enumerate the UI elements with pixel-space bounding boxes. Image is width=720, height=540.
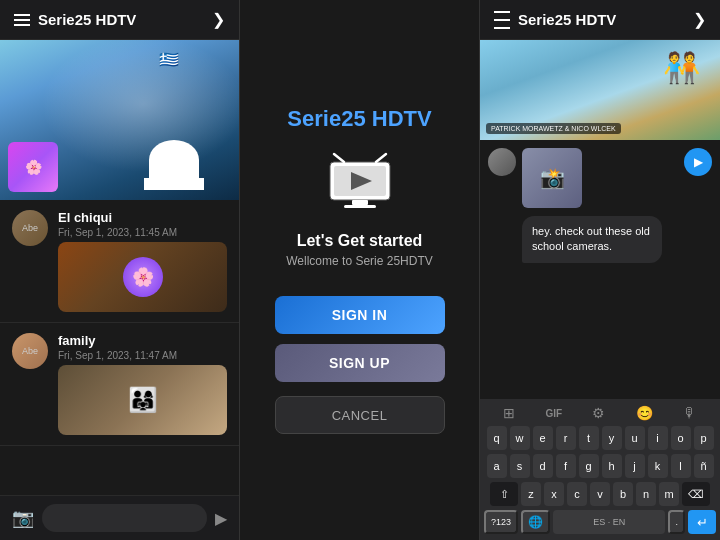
panel3-header-left: Serie25 HDTV [494,11,616,29]
key-period[interactable]: . [668,510,685,534]
keyboard-row-2: a s d f g h j k l ñ [484,454,716,478]
preview-image-2: 👨‍👩‍👧 [58,365,227,435]
key-space[interactable]: ES · EN [553,510,665,534]
message-avatar [488,148,516,176]
chat-item-family[interactable]: Abe family Fri, Sep 1, 2023, 11:47 AM 👨‍… [0,323,239,446]
dome-decoration [149,140,199,180]
key-c[interactable]: c [567,482,587,506]
key-r[interactable]: r [556,426,576,450]
key-p[interactable]: p [694,426,714,450]
chat-info-family: family Fri, Sep 1, 2023, 11:47 AM 👨‍👩‍👧 [58,333,227,435]
chat-item-elchiqui[interactable]: Abe El chiqui Fri, Sep 1, 2023, 11:45 AM… [0,200,239,323]
key-return[interactable]: ↵ [688,510,716,534]
chat-name-elchiqui: El chiqui [58,210,227,225]
key-s[interactable]: s [510,454,530,478]
app-title: Serie25 HDTV [287,106,431,132]
hamburger-icon[interactable] [14,14,30,26]
chat-preview-elchiqui: 🌸 [58,242,227,312]
key-x[interactable]: x [544,482,564,506]
mic-toolbar-icon[interactable]: 🎙 [683,405,697,421]
chat-time-family: Fri, Sep 1, 2023, 11:47 AM [58,350,227,361]
key-h[interactable]: h [602,454,622,478]
chat-time-elchiqui: Fri, Sep 1, 2023, 11:45 AM [58,227,227,238]
panel-2-login: Serie25 HDTV Let's Get started Wellcome … [240,0,480,540]
sign-in-button[interactable]: SIGN IN [275,296,445,334]
key-i[interactable]: i [648,426,668,450]
header-left: Serie25 HDTV [14,11,136,28]
keyboard-row-1: q w e r t y u i o p [484,426,716,450]
forward-icon[interactable]: ▶ [684,148,712,176]
avatar-elchiqui: Abe [12,210,48,246]
panel1-input-bar[interactable] [42,504,207,532]
key-y[interactable]: y [602,426,622,450]
panel3-title: Serie25 HDTV [518,11,616,28]
panel1-title: Serie25 HDTV [38,11,136,28]
avatar-family: Abe [12,333,48,369]
key-d[interactable]: d [533,454,553,478]
panel1-bottom-bar: 📷 ▶ [0,495,239,540]
people-in-hero: 🧑‍🤝‍🧑 [663,50,700,85]
key-shift[interactable]: ⇧ [490,482,518,506]
keyboard-bottom-row: ?123 🌐 ES · EN . ↵ [484,510,716,534]
key-u[interactable]: u [625,426,645,450]
key-m[interactable]: m [659,482,679,506]
key-globe-icon[interactable]: 🌐 [521,510,550,534]
message-container: 📸 hey. check out these old school camera… [488,148,712,263]
panel3-header: Serie25 HDTV ❯ [480,0,720,40]
key-a[interactable]: a [487,454,507,478]
welcome-text: Wellcome to Serie 25HDTV [286,254,433,268]
preview-image-1: 🌸 [58,242,227,312]
key-e[interactable]: e [533,426,553,450]
caption-bar: PATRICK MORAWETZ & NICO WLCEK [486,123,621,134]
people-silhouette-icon: 👨‍👩‍👧 [128,386,158,414]
panel1-chevron[interactable]: ❯ [212,10,225,29]
chat-info-elchiqui: El chiqui Fri, Sep 1, 2023, 11:45 AM 🌸 [58,210,227,312]
chat-list: Abe El chiqui Fri, Sep 1, 2023, 11:45 AM… [0,200,239,495]
key-t[interactable]: t [579,426,599,450]
flag-icon: 🇬🇷 [159,50,179,69]
key-delete[interactable]: ⌫ [682,482,710,506]
panel-3-chat: Serie25 HDTV ❯ 🧑‍🤝‍🧑 PATRICK MORAWETZ & … [480,0,720,540]
svg-line-3 [334,154,344,162]
camera-thumbnail-icon: 📸 [540,166,565,190]
key-numbers[interactable]: ?123 [484,510,518,534]
camera-image-thumbnail: 📸 [522,148,582,208]
settings-icon[interactable]: ⚙ [592,405,605,421]
panel1-header: Serie25 HDTV ❯ [0,0,239,40]
grid-icon[interactable]: ⊞ [503,405,515,421]
tv-icon [324,152,396,216]
hero-thumbnail: 🌸 [8,142,58,192]
key-l[interactable]: l [671,454,691,478]
svg-rect-5 [352,200,368,205]
key-o[interactable]: o [671,426,691,450]
cancel-button[interactable]: CANCEL [275,396,445,434]
key-w[interactable]: w [510,426,530,450]
key-q[interactable]: q [487,426,507,450]
chat-area: 📸 hey. check out these old school camera… [480,140,720,399]
key-z[interactable]: z [521,482,541,506]
panel3-chevron[interactable]: ❯ [693,10,706,29]
panel-1: Serie25 HDTV ❯ 🇬🇷 🌸 Abe El chiqui Fri, S… [0,0,240,540]
key-j[interactable]: j [625,454,645,478]
keyboard-row-3: ⇧ z x c v b n m ⌫ [484,482,716,506]
key-g[interactable]: g [579,454,599,478]
camera-icon[interactable]: 📷 [12,507,34,529]
message-content: 📸 hey. check out these old school camera… [522,148,662,263]
key-k[interactable]: k [648,454,668,478]
emoji-icon[interactable]: 😊 [636,405,653,421]
lets-started-text: Let's Get started [297,232,423,250]
key-b[interactable]: b [613,482,633,506]
key-v[interactable]: v [590,482,610,506]
keyboard: ⊞ GIF ⚙ 😊 🎙 q w e r t y u i o p a [480,399,720,540]
key-n[interactable]: n [636,482,656,506]
gif-icon[interactable]: GIF [545,408,562,419]
key-f[interactable]: f [556,454,576,478]
sign-up-button[interactable]: SIGN UP [275,344,445,382]
panel3-hamburger-icon[interactable] [494,11,510,29]
chat-name-family: family [58,333,227,348]
key-ntilde[interactable]: ñ [694,454,714,478]
keyboard-toolbar: ⊞ GIF ⚙ 😊 🎙 [484,405,716,421]
panel1-hero-image: 🇬🇷 🌸 [0,40,239,200]
message-text: hey. check out these old school cameras. [532,224,652,255]
send-icon[interactable]: ▶ [215,509,227,528]
